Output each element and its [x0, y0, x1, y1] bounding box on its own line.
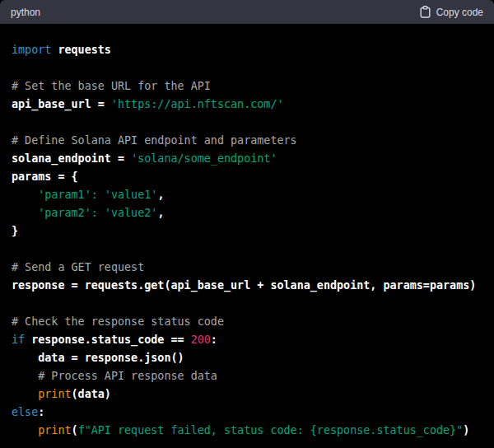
code-line: } [12, 222, 482, 240]
code-line [12, 59, 482, 77]
code-line: api_base_url = 'https://api.nftscan.com/… [12, 96, 482, 114]
code-line: response = requests.get(api_base_url + s… [12, 277, 482, 295]
code-line: # Check the response status code [12, 313, 482, 331]
code-line: # Send a GET request [12, 259, 482, 277]
code-line: 'param2': 'value2', [12, 204, 482, 222]
code-line: if response.status_code == 200: [12, 331, 482, 349]
copy-code-button[interactable]: Copy code [420, 6, 483, 18]
code-line: params = { [12, 168, 482, 186]
code-line: # Process API response data [12, 367, 482, 385]
code-line: print(data) [12, 385, 482, 404]
code-line [12, 240, 482, 259]
clipboard-icon [420, 6, 431, 18]
code-line: import requests [12, 41, 482, 59]
code-line: print(f"API request failed, status code:… [12, 422, 482, 440]
code-line: data = response.json() [12, 349, 482, 367]
language-label: python [11, 7, 40, 18]
code-line: # Set the base URL for the API [12, 77, 482, 96]
code-line [12, 114, 482, 132]
code-line: solana_endpoint = 'solana/some_endpoint' [12, 150, 482, 168]
code-block: python Copy code import requests # Set t… [0, 0, 494, 448]
code-content: import requests # Set the base URL for t… [0, 24, 494, 448]
code-header: python Copy code [0, 0, 494, 24]
copy-code-label: Copy code [436, 7, 483, 18]
code-line: 'param1': 'value1', [12, 186, 482, 204]
code-line: # Define Solana API endpoint and paramet… [12, 132, 482, 150]
code-line: else: [12, 404, 482, 422]
code-line [12, 295, 482, 313]
